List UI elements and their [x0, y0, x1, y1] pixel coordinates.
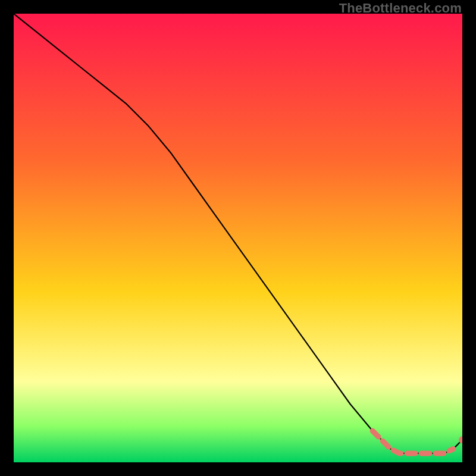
chart-overlay — [14, 14, 462, 462]
chart-stage: TheBottleneck.com — [0, 0, 476, 476]
plot-area — [14, 14, 462, 462]
main-line — [14, 14, 462, 453]
highlight-segment — [372, 431, 453, 453]
watermark-text: TheBottleneck.com — [339, 1, 462, 16]
